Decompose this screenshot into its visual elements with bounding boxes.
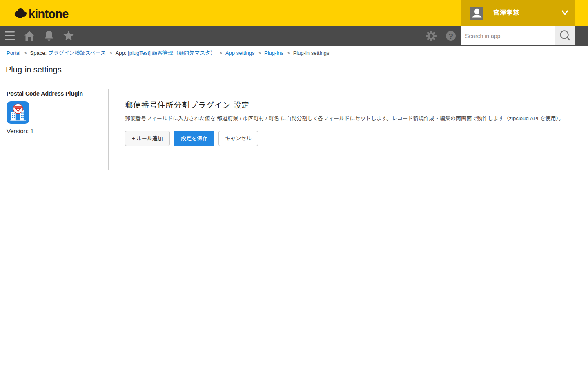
svg-text:?: ? xyxy=(448,32,453,40)
svg-text:kintone: kintone xyxy=(29,7,69,20)
